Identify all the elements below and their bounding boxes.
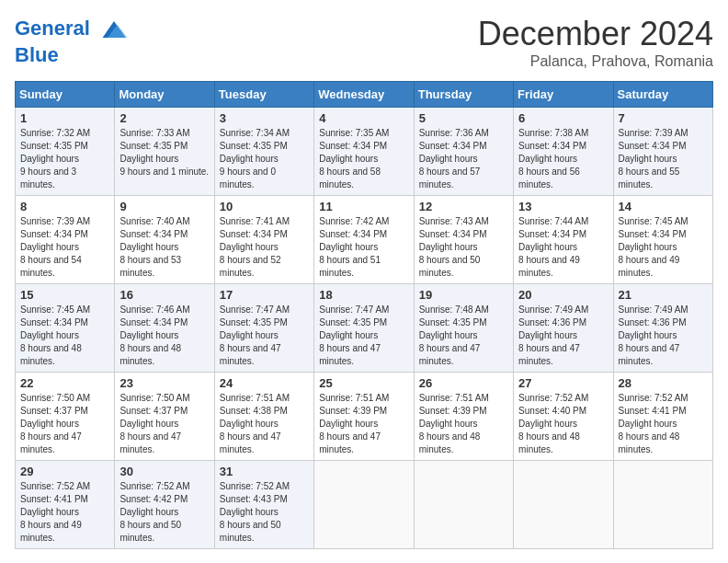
day-number: 1 (20, 111, 109, 125)
day-number: 9 (119, 200, 209, 213)
day-info: Sunrise: 7:44 AMSunset: 4:34 PMDaylight … (518, 216, 588, 278)
calendar-day-26: 26 Sunrise: 7:51 AMSunset: 4:39 PMDaylig… (414, 373, 513, 461)
weekday-header-saturday: Saturday (613, 82, 712, 108)
calendar-day-28: 28 Sunrise: 7:52 AMSunset: 4:41 PMDaylig… (613, 373, 712, 461)
calendar-day-18: 18 Sunrise: 7:47 AMSunset: 4:35 PMDaylig… (314, 284, 414, 373)
day-number: 28 (619, 376, 708, 390)
day-number: 16 (119, 288, 209, 302)
calendar-day-14: 14 Sunrise: 7:45 AMSunset: 4:34 PMDaylig… (613, 196, 712, 284)
page-header: General Blue December 2024 Palanca, Prah… (15, 15, 713, 70)
day-info: Sunrise: 7:39 AMSunset: 4:34 PMDaylight … (619, 128, 688, 190)
day-info: Sunrise: 7:35 AMSunset: 4:34 PMDaylight … (319, 128, 389, 190)
day-number: 19 (419, 288, 508, 302)
calendar-day-2: 2 Sunrise: 7:33 AMSunset: 4:35 PMDayligh… (115, 108, 214, 196)
calendar-day-24: 24 Sunrise: 7:51 AMSunset: 4:38 PMDaylig… (214, 373, 313, 461)
day-number: 15 (20, 288, 109, 302)
calendar-day-21: 21 Sunrise: 7:49 AMSunset: 4:36 PMDaylig… (613, 284, 712, 373)
calendar-day-8: 8 Sunrise: 7:39 AMSunset: 4:34 PMDayligh… (16, 196, 115, 284)
weekday-header-sunday: Sunday (16, 82, 115, 108)
day-number: 11 (319, 200, 408, 213)
calendar-day-5: 5 Sunrise: 7:36 AMSunset: 4:34 PMDayligh… (414, 108, 513, 196)
calendar-day-31: 31 Sunrise: 7:52 AMSunset: 4:43 PMDaylig… (214, 461, 313, 549)
day-number: 3 (220, 111, 309, 125)
day-info: Sunrise: 7:38 AMSunset: 4:34 PMDaylight … (518, 128, 588, 190)
weekday-header-tuesday: Tuesday (214, 82, 313, 108)
weekday-header-thursday: Thursday (414, 82, 513, 108)
day-info: Sunrise: 7:47 AMSunset: 4:35 PMDaylight … (220, 304, 290, 366)
calendar-week-4: 22 Sunrise: 7:50 AMSunset: 4:37 PMDaylig… (16, 373, 713, 461)
day-info: Sunrise: 7:42 AMSunset: 4:34 PMDaylight … (319, 216, 389, 278)
empty-cell (613, 461, 712, 549)
calendar-day-29: 29 Sunrise: 7:52 AMSunset: 4:41 PMDaylig… (16, 461, 115, 549)
day-number: 6 (518, 111, 608, 125)
logo-icon (99, 15, 129, 44)
calendar-day-25: 25 Sunrise: 7:51 AMSunset: 4:39 PMDaylig… (314, 373, 414, 461)
day-info: Sunrise: 7:49 AMSunset: 4:36 PMDaylight … (619, 304, 688, 366)
day-number: 29 (20, 465, 109, 478)
month-title: December 2024 (478, 15, 713, 53)
weekday-header-friday: Friday (514, 82, 613, 108)
weekday-header-wednesday: Wednesday (314, 82, 414, 108)
day-info: Sunrise: 7:45 AMSunset: 4:34 PMDaylight … (20, 304, 90, 366)
day-info: Sunrise: 7:40 AMSunset: 4:34 PMDaylight … (119, 216, 189, 278)
calendar-day-12: 12 Sunrise: 7:43 AMSunset: 4:34 PMDaylig… (414, 196, 513, 284)
day-info: Sunrise: 7:49 AMSunset: 4:36 PMDaylight … (518, 304, 588, 366)
day-info: Sunrise: 7:47 AMSunset: 4:35 PMDaylight … (319, 304, 389, 366)
day-info: Sunrise: 7:32 AMSunset: 4:35 PMDaylight … (20, 128, 90, 190)
day-number: 17 (220, 288, 309, 302)
calendar-day-1: 1 Sunrise: 7:32 AMSunset: 4:35 PMDayligh… (16, 108, 115, 196)
day-number: 23 (119, 376, 209, 390)
calendar-day-20: 20 Sunrise: 7:49 AMSunset: 4:36 PMDaylig… (514, 284, 613, 373)
day-number: 4 (319, 111, 408, 125)
weekday-header-monday: Monday (115, 82, 214, 108)
day-number: 20 (518, 288, 608, 302)
day-info: Sunrise: 7:52 AMSunset: 4:43 PMDaylight … (220, 481, 290, 543)
day-info: Sunrise: 7:51 AMSunset: 4:38 PMDaylight … (220, 393, 290, 454)
calendar-day-3: 3 Sunrise: 7:34 AMSunset: 4:35 PMDayligh… (214, 108, 313, 196)
calendar-week-2: 8 Sunrise: 7:39 AMSunset: 4:34 PMDayligh… (16, 196, 713, 284)
day-info: Sunrise: 7:48 AMSunset: 4:35 PMDaylight … (419, 304, 489, 366)
calendar-day-11: 11 Sunrise: 7:42 AMSunset: 4:34 PMDaylig… (314, 196, 414, 284)
day-info: Sunrise: 7:52 AMSunset: 4:40 PMDaylight … (518, 393, 588, 454)
day-number: 24 (220, 376, 309, 390)
calendar-day-22: 22 Sunrise: 7:50 AMSunset: 4:37 PMDaylig… (16, 373, 115, 461)
day-number: 10 (220, 200, 309, 213)
calendar-day-23: 23 Sunrise: 7:50 AMSunset: 4:37 PMDaylig… (115, 373, 214, 461)
day-number: 27 (518, 376, 608, 390)
calendar-day-19: 19 Sunrise: 7:48 AMSunset: 4:35 PMDaylig… (414, 284, 513, 373)
day-info: Sunrise: 7:39 AMSunset: 4:34 PMDaylight … (20, 216, 90, 278)
calendar-day-15: 15 Sunrise: 7:45 AMSunset: 4:34 PMDaylig… (16, 284, 115, 373)
day-number: 8 (20, 200, 109, 213)
empty-cell (314, 461, 414, 549)
day-info: Sunrise: 7:33 AMSunset: 4:35 PMDaylight … (119, 128, 209, 177)
title-block: December 2024 Palanca, Prahova, Romania (478, 15, 713, 70)
day-number: 22 (20, 376, 109, 390)
day-number: 13 (518, 200, 608, 213)
calendar-day-9: 9 Sunrise: 7:40 AMSunset: 4:34 PMDayligh… (115, 196, 214, 284)
day-number: 12 (419, 200, 508, 213)
day-number: 26 (419, 376, 508, 390)
day-info: Sunrise: 7:36 AMSunset: 4:34 PMDaylight … (419, 128, 489, 190)
day-number: 7 (619, 111, 708, 125)
location-subtitle: Palanca, Prahova, Romania (478, 53, 713, 70)
calendar-table: SundayMondayTuesdayWednesdayThursdayFrid… (15, 81, 713, 549)
day-info: Sunrise: 7:52 AMSunset: 4:41 PMDaylight … (20, 481, 90, 543)
calendar-week-1: 1 Sunrise: 7:32 AMSunset: 4:35 PMDayligh… (16, 108, 713, 196)
calendar-day-10: 10 Sunrise: 7:41 AMSunset: 4:34 PMDaylig… (214, 196, 313, 284)
day-number: 21 (619, 288, 708, 302)
day-info: Sunrise: 7:50 AMSunset: 4:37 PMDaylight … (20, 393, 90, 454)
day-info: Sunrise: 7:46 AMSunset: 4:34 PMDaylight … (119, 304, 189, 366)
day-number: 30 (119, 465, 209, 478)
calendar-day-27: 27 Sunrise: 7:52 AMSunset: 4:40 PMDaylig… (514, 373, 613, 461)
empty-cell (414, 461, 513, 549)
calendar-day-16: 16 Sunrise: 7:46 AMSunset: 4:34 PMDaylig… (115, 284, 214, 373)
calendar-day-6: 6 Sunrise: 7:38 AMSunset: 4:34 PMDayligh… (514, 108, 613, 196)
calendar-day-7: 7 Sunrise: 7:39 AMSunset: 4:34 PMDayligh… (613, 108, 712, 196)
day-number: 2 (119, 111, 209, 125)
calendar-day-17: 17 Sunrise: 7:47 AMSunset: 4:35 PMDaylig… (214, 284, 313, 373)
calendar-day-13: 13 Sunrise: 7:44 AMSunset: 4:34 PMDaylig… (514, 196, 613, 284)
calendar-day-4: 4 Sunrise: 7:35 AMSunset: 4:34 PMDayligh… (314, 108, 414, 196)
calendar-week-5: 29 Sunrise: 7:52 AMSunset: 4:41 PMDaylig… (16, 461, 713, 549)
calendar-day-30: 30 Sunrise: 7:52 AMSunset: 4:42 PMDaylig… (115, 461, 214, 549)
day-info: Sunrise: 7:43 AMSunset: 4:34 PMDaylight … (419, 216, 489, 278)
